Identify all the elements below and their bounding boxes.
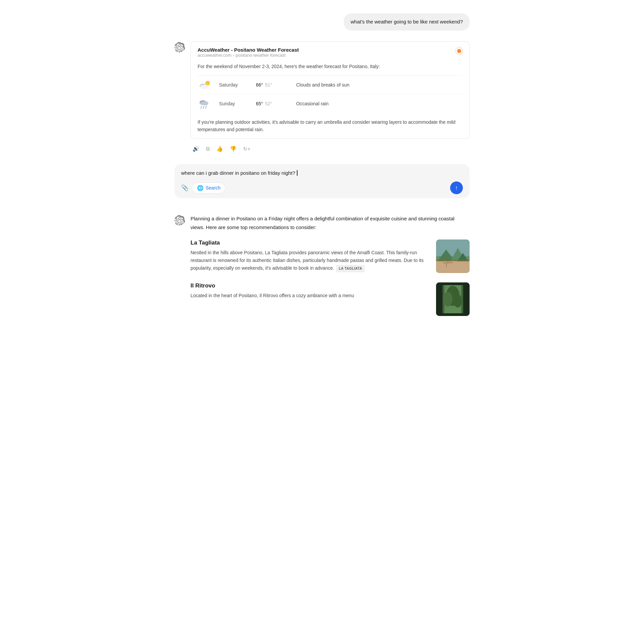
speaker-icon: 🔊 [193, 146, 199, 152]
restaurant-ritrovo-info: Il Ritrovo Located in the heart of Posit… [191, 282, 429, 300]
svg-point-26 [450, 262, 451, 263]
svg-line-10 [201, 106, 202, 108]
saturday-low: 51° [265, 82, 272, 88]
saturday-temp: 66° 51° [256, 82, 289, 88]
input-box[interactable]: where can i grab dinner in positano on f… [174, 164, 470, 198]
thumbs-up-button[interactable]: 👍 [214, 144, 225, 153]
input-actions: 📎 🌐 Search [181, 182, 225, 194]
restaurant-tagliata-image [436, 239, 470, 273]
thumbs-down-button[interactable]: 👎 [228, 144, 238, 153]
dinner-intro: Planning a dinner in Positano on a Frida… [191, 214, 470, 231]
svg-point-25 [447, 261, 448, 263]
weather-row-saturday: Saturday 66° 51° Clouds and breaks of su… [198, 75, 463, 94]
svg-line-12 [206, 106, 206, 108]
weather-advice: If you're planning outdoor activities, i… [198, 118, 463, 133]
source-domain[interactable]: accuweather.com [198, 53, 231, 58]
svg-point-31 [443, 292, 452, 307]
svg-point-6 [200, 85, 208, 89]
weather-card-header: AccuWeather - Positano Weather Forecast … [198, 47, 463, 62]
copy-icon: ⧉ [206, 146, 210, 152]
weather-row-sunday: Sunday 65° 52° Occasional rain [198, 94, 463, 113]
svg-rect-23 [444, 256, 445, 261]
weather-sun-icon [454, 46, 464, 57]
reaction-bar: 🔊 ⧉ 👍 👎 ↻ ∨ [191, 144, 470, 153]
globe-icon: 🌐 [197, 185, 204, 191]
source-path[interactable]: positano weather forecast [236, 53, 286, 58]
ai-response-2: Planning a dinner in Positano on a Frida… [174, 214, 470, 325]
attach-button[interactable]: 📎 [181, 184, 189, 192]
ai-response-1: AccuWeather - Positano Weather Forecast … [174, 41, 470, 154]
input-toolbar: 📎 🌐 Search ↑ [181, 181, 463, 194]
saturday-day: Saturday [219, 82, 249, 88]
chat-container: what's the weather going to be like next… [154, 13, 490, 336]
restaurant-ritrovo-name: Il Ritrovo [191, 282, 429, 289]
user-message-1: what's the weather going to be like next… [174, 13, 470, 31]
svg-rect-14 [436, 239, 470, 256]
svg-point-0 [457, 49, 461, 53]
source-separator: › [233, 53, 234, 58]
weather-card: AccuWeather - Positano Weather Forecast … [191, 41, 470, 139]
refresh-chevron-icon: ∨ [248, 147, 251, 151]
ai-avatar-1 [174, 42, 185, 53]
restaurant-tagliata-header: La Tagliata Nestled in the hills above P… [191, 239, 470, 273]
weather-card-source[interactable]: accuweather.com › positano weather forec… [198, 53, 299, 58]
sunday-high: 65° [256, 101, 263, 106]
restaurant-card-ritrovo: Il Ritrovo Located in the heart of Posit… [191, 282, 470, 316]
search-button[interactable]: 🌐 Search [192, 182, 225, 194]
restaurant-tagliata-name: La Tagliata [191, 239, 429, 246]
refresh-button[interactable]: ↻ ∨ [241, 145, 253, 153]
restaurant-ritrovo-image [436, 282, 470, 316]
sunday-low: 52° [265, 101, 272, 106]
send-button[interactable]: ↑ [450, 181, 463, 194]
saturday-high: 66° [256, 82, 263, 88]
svg-point-32 [454, 294, 462, 308]
sunday-desc: Occasional rain [296, 101, 329, 106]
restaurant-tagliata-info: La Tagliata Nestled in the hills above P… [191, 239, 429, 272]
send-icon: ↑ [455, 184, 458, 192]
svg-rect-33 [436, 282, 442, 316]
svg-point-9 [200, 101, 208, 105]
sunday-day: Sunday [219, 101, 249, 106]
ai-response-2-content: Planning a dinner in Positano on a Frida… [191, 214, 470, 325]
weather-card-title: AccuWeather - Positano Weather Forecast [198, 47, 299, 53]
svg-rect-35 [436, 282, 470, 285]
restaurant-card-tagliata: La Tagliata Nestled in the hills above P… [191, 239, 470, 273]
restaurant-ritrovo-desc: Located in the heart of Positano, Il Rit… [191, 292, 429, 300]
user-message-1-text: what's the weather going to be like next… [344, 13, 470, 31]
svg-line-11 [203, 106, 204, 108]
svg-rect-22 [439, 256, 440, 261]
svg-rect-24 [449, 256, 450, 261]
thumbs-down-icon: 👎 [230, 146, 236, 152]
saturday-desc: Clouds and breaks of sun [296, 82, 350, 88]
ai-response-1-content: AccuWeather - Positano Weather Forecast … [191, 41, 470, 154]
thumbs-up-icon: 👍 [216, 146, 223, 152]
restaurant-tagliata-badge: LA TAGLIATA [336, 265, 365, 273]
refresh-icon: ↻ [243, 146, 248, 152]
svg-rect-21 [436, 260, 470, 261]
svg-rect-18 [436, 261, 470, 273]
sunday-icon [198, 98, 212, 109]
weather-intro: For the weekend of November 2-3, 2024, h… [198, 63, 463, 70]
svg-rect-36 [436, 313, 470, 316]
restaurant-tagliata-desc: Nestled in the hills above Positano, La … [191, 249, 429, 272]
svg-rect-34 [464, 282, 470, 316]
search-button-label: Search [206, 185, 220, 191]
restaurant-ritrovo-header: Il Ritrovo Located in the heart of Posit… [191, 282, 470, 316]
speaker-button[interactable]: 🔊 [191, 144, 201, 153]
ai-avatar-2 [174, 215, 185, 226]
copy-button[interactable]: ⧉ [204, 145, 212, 153]
input-text-display[interactable]: where can i grab dinner in positano on f… [181, 169, 463, 177]
saturday-icon [198, 80, 212, 90]
svg-rect-19 [443, 262, 453, 263]
svg-rect-20 [446, 263, 447, 267]
attach-icon: 📎 [181, 184, 189, 192]
sunday-temp: 65° 52° [256, 101, 289, 106]
